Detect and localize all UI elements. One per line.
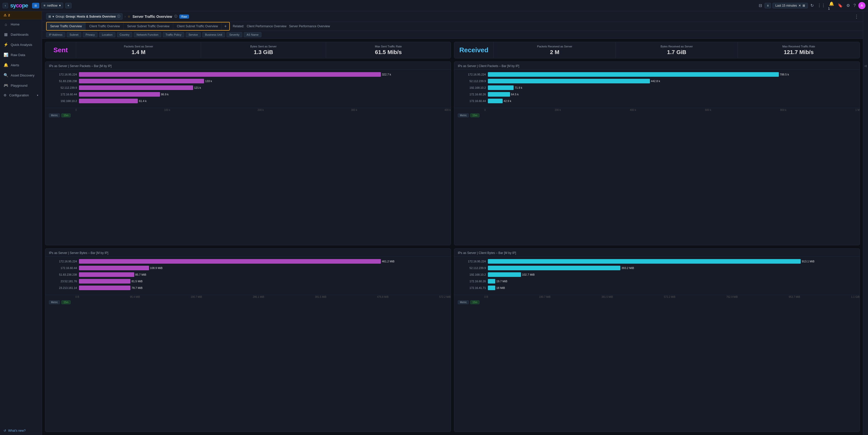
related-client-perf[interactable]: Client Performance Overview bbox=[247, 25, 286, 28]
filter-business-unit[interactable]: Business Unit bbox=[202, 32, 225, 37]
home-icon: ⌂ bbox=[4, 22, 8, 27]
server-packets-body: 172.16.95.224322.7 k51.83.238.238133 k52… bbox=[45, 69, 451, 107]
time-filter[interactable]: Last 15 minutes ✕ ⊠ bbox=[772, 3, 808, 8]
bar-fill: 81.5 MiB bbox=[79, 279, 130, 284]
filter-network-function[interactable]: Network Function bbox=[134, 32, 161, 37]
sidebar-item-home[interactable]: ⌂ Home bbox=[0, 19, 42, 29]
bar-track: 64.5 k bbox=[488, 92, 856, 97]
filter-severity[interactable]: Severity bbox=[226, 32, 242, 37]
bar-row: 172.16.60.4486.9 k bbox=[49, 92, 447, 97]
apps-button[interactable]: ⋮⋮ bbox=[816, 3, 827, 8]
breadcrumb-separator: › bbox=[125, 15, 126, 18]
right-sidebar-toggle[interactable]: ◁ bbox=[863, 62, 868, 69]
filter-button[interactable]: ⊟ bbox=[758, 3, 763, 8]
sidebar-item-alerts[interactable]: 🔔 Alerts bbox=[0, 60, 42, 70]
sidebar-item-quick-analysis[interactable]: ⚡ Quick Analysis bbox=[0, 39, 42, 50]
sidebar-alert: ⚠ 2 bbox=[0, 11, 42, 19]
datasource-button[interactable]: ≡ bbox=[765, 3, 771, 8]
header-right: ⊟ ≡ Last 15 minutes ✕ ⊠ ↻ ⋮⋮ 🔔 1 🔖 ⚙ ? A bbox=[758, 1, 865, 10]
sidebar-item-dashboards[interactable]: ▦ Dashboards bbox=[0, 29, 42, 39]
bar-row: 23.52.181.7681.5 MiB bbox=[49, 279, 447, 284]
refresh-button[interactable]: ↻ bbox=[809, 3, 815, 8]
info-icon: ⓘ bbox=[117, 14, 120, 19]
more-options-button[interactable]: ⋮ bbox=[854, 14, 859, 19]
filter-location[interactable]: Location bbox=[99, 32, 116, 37]
chart-panels: IPs as Server | Server Packets – Bar [M … bbox=[45, 61, 860, 432]
bar-value-label: 86.9 k bbox=[161, 93, 169, 96]
filter-country[interactable]: Country bbox=[117, 32, 132, 37]
filter-subnet[interactable]: Subnet bbox=[67, 32, 81, 37]
bar-track: 85.7 MiB bbox=[79, 272, 447, 277]
whats-new-label: What's new? bbox=[8, 429, 26, 432]
axis-tick: 381.5 MiB bbox=[315, 295, 327, 298]
tab-server-traffic[interactable]: Server Traffic Overview bbox=[46, 23, 86, 30]
add-panel-button[interactable]: + bbox=[65, 3, 71, 8]
filter-as-name[interactable]: AS Name bbox=[244, 32, 261, 37]
filter-ip-address[interactable]: IP Address bbox=[46, 32, 65, 37]
asset-discovery-icon: 🔍 bbox=[4, 73, 8, 78]
sidebar-item-raw-data[interactable]: 📊 Raw Data bbox=[0, 50, 42, 60]
metric-badge: Metric bbox=[49, 300, 60, 304]
related-server-perf[interactable]: Server Performance Overview bbox=[289, 25, 330, 28]
filter-traffic-policy[interactable]: Traffic Policy bbox=[163, 32, 184, 37]
bar-fill: 85.7 MiB bbox=[79, 272, 134, 277]
add-tab-button[interactable]: + bbox=[222, 23, 229, 30]
axis-tick: 600 k bbox=[705, 109, 711, 111]
server-bytes-title: IPs as Server | Server Bytes – Bar [M by… bbox=[45, 249, 451, 257]
back-button[interactable]: ‹ bbox=[3, 3, 8, 8]
bar-track: 133 k bbox=[79, 79, 447, 83]
sidebar-item-configuration[interactable]: ⚙ Configuration ▾ bbox=[0, 90, 42, 100]
packets-received-label: Packets Received as Server bbox=[537, 45, 572, 48]
sent-stats-panel: Sent Packets Sent as Server 1.4 M Bytes … bbox=[45, 42, 451, 58]
bar-track: 108.9 MiB bbox=[79, 266, 447, 270]
chevron-down-icon: ▾ bbox=[37, 94, 38, 97]
bar-value-label: 461.2 MiB bbox=[382, 260, 395, 263]
tab-client-subnet[interactable]: Client Subnet Traffic Overview bbox=[173, 23, 222, 30]
rate-sent-label: Max Sent Traffic Rate bbox=[375, 45, 402, 48]
bell-button[interactable]: 🔔 bbox=[828, 1, 835, 7]
tab-server-subnet[interactable]: Server Subnet Traffic Overview bbox=[124, 23, 173, 30]
metric-badge: Metric bbox=[458, 300, 469, 304]
bar-track: 788.5 k bbox=[488, 72, 856, 77]
breadcrumb: ⊞ ▾ Group: Group: Hosts & Subnets Overvi… bbox=[42, 11, 863, 22]
sidebar-item-asset-discovery[interactable]: 🔍 Asset Discovery bbox=[0, 70, 42, 80]
alert-icon: ⚠ bbox=[4, 13, 7, 17]
client-bytes-body: 172.16.95.224913.1 MiB52.112.239.9393.2 … bbox=[454, 257, 860, 294]
bar-track: 102.7 MiB bbox=[488, 272, 856, 277]
packets-sent-stat: Packets Sent as Server 1.4 M bbox=[76, 42, 201, 58]
tab-client-traffic[interactable]: Client Traffic Overview bbox=[86, 23, 124, 30]
filter-service[interactable]: Service bbox=[186, 32, 201, 37]
logo: sycope bbox=[10, 2, 28, 9]
bell-badge: 1 bbox=[828, 7, 830, 10]
breadcrumb-group[interactable]: ⊞ ▾ Group: Group: Hosts & Subnets Overvi… bbox=[46, 13, 123, 20]
bar-fill: 19.7 MiB bbox=[488, 279, 495, 284]
rate-received-value: 121.7 Mib/s bbox=[784, 49, 813, 56]
axis-tick: 400 k bbox=[630, 109, 636, 111]
bar-ip-label: 172.16.95.224 bbox=[458, 73, 486, 76]
packets-received-stat: Packets Received as Server 2 M bbox=[494, 42, 616, 58]
config-icon: ⚙ bbox=[4, 93, 7, 97]
client-bytes-panel: IPs as Server | Client Bytes – Bar [M by… bbox=[454, 248, 860, 432]
sidebar-item-playground[interactable]: 🎮 Playground bbox=[0, 80, 42, 90]
sidebar-item-label: Alerts bbox=[11, 63, 19, 67]
help-button[interactable]: ? bbox=[852, 3, 857, 8]
whats-new-button[interactable]: ↺ What's new? bbox=[0, 426, 42, 435]
server-packets-title: IPs as Server | Server Packets – Bar [M … bbox=[45, 62, 451, 69]
filter-privacy[interactable]: Privacy bbox=[83, 32, 98, 37]
dashboard-type-button[interactable]: ⊞ bbox=[32, 3, 39, 8]
settings-button[interactable]: ⚙ bbox=[845, 3, 851, 8]
bar-row: 172.16.95.224788.5 k bbox=[458, 72, 856, 77]
bar-fill: 121 k bbox=[79, 85, 193, 90]
axis-tick: 300 k bbox=[351, 109, 357, 111]
axis-tick: 190.7 MiB bbox=[191, 295, 202, 298]
bar-row: 172.16.95.224461.2 MiB bbox=[49, 259, 447, 264]
rate-received-label: Max Received Traffic Rate bbox=[782, 45, 815, 48]
axis-tick: 762.9 MiB bbox=[726, 295, 738, 298]
bar-ip-label: 52.112.239.9 bbox=[49, 86, 77, 89]
bar-row: 172.16.41.7118 MiB bbox=[458, 286, 856, 290]
avatar[interactable]: A bbox=[858, 2, 865, 9]
axis-tick: 572.2 MiB bbox=[664, 295, 675, 298]
right-sidebar: ◁ bbox=[863, 11, 868, 435]
bookmark-button[interactable]: 🔖 bbox=[837, 3, 844, 8]
datasource-selector[interactable]: ≡ netflow ▾ bbox=[41, 3, 63, 8]
